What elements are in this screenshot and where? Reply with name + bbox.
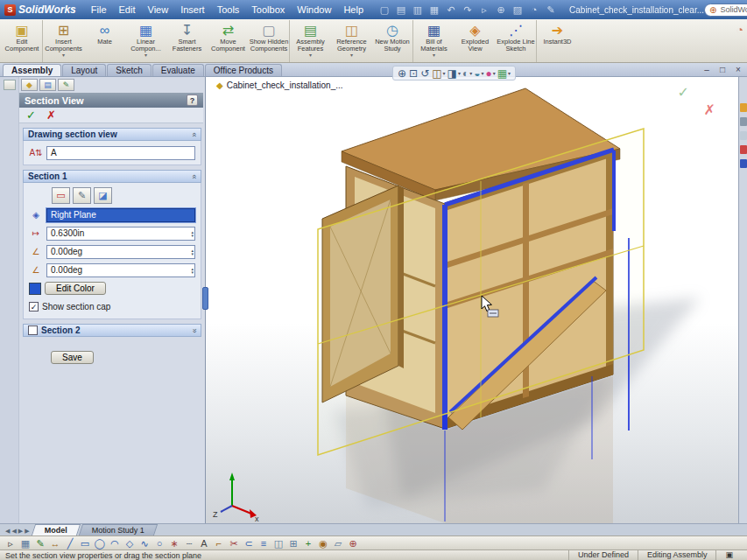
hud-icon[interactable]: ◫ ▾ [432,67,445,80]
model-canvas[interactable]: Z x [206,77,738,523]
titlebar-tool-icon[interactable]: ▹ [478,4,490,16]
property-manager-tab-icon[interactable]: ✎ [58,79,74,91]
hud-icon[interactable]: ↺ [420,67,430,80]
section-type-button[interactable]: ▭ [52,187,70,204]
titlebar-tool-icon[interactable]: ▥ [412,4,424,16]
titlebar-tool-icon[interactable]: ↷ [462,4,474,16]
spinner-arrows[interactable]: ▴▾ [191,264,194,276]
task-pane-tab-icon[interactable] [740,159,747,168]
ribbon-button[interactable]: ⋰ Explode Line Sketch [496,20,537,62]
section-type-button[interactable]: ✎ [73,187,91,204]
property-manager-tab-icon[interactable]: ▤ [39,79,56,91]
titlebar-tool-icon[interactable]: ▤ [395,4,407,16]
confirmation-corner-cancel-icon[interactable]: ✗ [704,102,715,118]
titlebar-tool-icon[interactable]: ▢ [378,4,391,16]
sketch-tool-icon[interactable]: ⊕ [347,537,359,550]
tab-model[interactable]: Model [31,524,80,536]
task-pane-tab-icon[interactable] [740,131,747,140]
sketch-tool-icon[interactable]: ≡ [257,537,270,550]
sketch-tool-icon[interactable]: ◯ [94,537,106,550]
sketch-tool-icon[interactable]: ∿ [138,537,151,550]
tab-sketch[interactable]: Sketch [107,64,152,76]
sketch-tool-icon[interactable]: ▱ [332,537,344,550]
group-header-section1[interactable]: Section 1 « [23,170,201,183]
cancel-button[interactable]: ✗ [46,108,56,122]
ribbon-button[interactable]: ◷ New Motion Study [372,20,413,62]
group-header-section2[interactable]: Section 2 « [23,324,201,337]
menu-item[interactable]: Window [291,3,337,17]
sketch-tool-icon[interactable]: ○ [153,537,166,550]
sketch-tool-icon[interactable]: ▹ [4,537,17,550]
sketch-tool-icon[interactable]: ▦ [19,537,32,550]
menu-item[interactable]: File [85,3,113,17]
hud-icon[interactable]: ⊕ [398,67,407,80]
sketch-tool-icon[interactable]: ↔ [49,537,61,550]
menu-item[interactable]: View [142,3,175,17]
tab-scroll-icon[interactable]: ◀ [11,528,16,535]
titlebar-tool-icon[interactable]: ✎ [545,4,557,16]
reference-plane-field[interactable]: Right Plane [46,208,195,222]
titlebar-tool-icon[interactable]: ◔ [528,4,540,16]
sketch-tool-icon[interactable]: + [302,537,314,550]
x-rotation-field[interactable]: 0.00deg ▴▾ [46,245,195,259]
sketch-tool-icon[interactable]: ✎ [34,537,46,550]
titlebar-tool-icon[interactable]: ↶ [445,4,457,16]
ribbon-button[interactable]: ⇄ Move Component [208,20,249,62]
section2-checkbox[interactable] [28,326,38,335]
help-icon[interactable]: ? [187,94,198,106]
hud-icon[interactable]: ⊡ [409,67,419,80]
task-pane-tab-icon[interactable] [740,145,747,154]
titlebar-tool-icon[interactable]: ▨ [511,4,524,16]
spinner-arrows[interactable]: ▴▾ [191,246,194,258]
sketch-tool-icon[interactable]: ⊂ [243,537,255,550]
hud-icon[interactable]: ◐ ▾ [462,67,472,80]
ok-button[interactable]: ✓ [26,108,36,122]
group-header-drawing-section-view[interactable]: Drawing section view « [23,128,201,141]
sketch-tool-icon[interactable]: ✂ [228,537,240,550]
sketch-tool-icon[interactable]: ⌐ [213,537,225,550]
sketch-tool-icon[interactable]: ▭ [79,537,91,550]
menu-item[interactable]: Edit [113,3,142,17]
sketch-tool-icon[interactable]: ◇ [123,537,136,550]
panel-splitter-handle[interactable] [202,287,208,310]
close-icon[interactable]: × [733,65,743,74]
ribbon-button[interactable]: ▦ Linear Compon... ▾ [125,20,166,62]
sketch-tool-icon[interactable]: ◉ [317,537,329,550]
confirmation-corner-ok-icon[interactable]: ✓ [678,84,689,101]
hud-icon[interactable]: ◒ ▾ [474,67,483,80]
ribbon-button[interactable]: ▣ Edit Component [2,20,43,62]
menu-item[interactable]: Tools [211,3,246,17]
section-color-swatch[interactable] [29,283,41,295]
tab-scroll-icon[interactable]: ▶ [25,528,29,535]
tab-layout[interactable]: Layout [62,64,106,76]
ribbon-button[interactable]: ∞ Mate [84,20,125,62]
offset-distance-field[interactable]: 0.6300in ▴▾ [46,227,195,241]
menu-item[interactable]: Toolbox [245,3,291,17]
sketch-tool-icon[interactable]: ┄ [183,537,195,550]
sketch-tool-icon[interactable]: ╱ [64,537,76,550]
section-type-button[interactable]: ◪ [94,187,112,204]
minimize-icon[interactable]: – [701,65,712,74]
search-input[interactable]: SolidWorks Search [720,5,747,14]
sketch-tool-icon[interactable]: A [198,537,210,550]
titlebar-tool-icon[interactable]: ▦ [428,4,440,16]
section-label-field[interactable]: A [46,146,195,160]
ribbon-button[interactable]: ⊞ Insert Components ▾ [43,20,84,62]
property-manager-tab-icon[interactable]: ◆ [21,79,38,91]
tab-office-products[interactable]: Office Products [205,64,282,76]
ribbon-button[interactable]: ▤ Assembly Features ▾ [290,20,331,62]
search-box[interactable]: ⊕ SolidWorks Search ▾ [704,4,747,17]
menu-item[interactable]: Help [337,3,370,17]
save-button[interactable]: Save [51,351,94,364]
sketch-tool-icon[interactable]: ◫ [272,537,285,550]
hud-icon[interactable]: ● ▾ [485,67,495,80]
ribbon-button[interactable]: ◫ Reference Geometry ▾ [331,20,372,62]
ribbon-button[interactable]: ◈ Exploded View [455,20,496,62]
sketch-tool-icon[interactable]: ⊞ [287,537,300,550]
task-pane-tab-icon[interactable] [740,117,747,126]
restore-icon[interactable]: □ [717,65,728,74]
show-section-cap-checkbox[interactable]: ✓ [29,302,39,312]
sketch-tool-icon[interactable]: ∗ [168,537,180,550]
edit-color-button[interactable]: Edit Color [45,282,106,295]
hud-icon[interactable]: ◨ ▾ [447,67,461,80]
